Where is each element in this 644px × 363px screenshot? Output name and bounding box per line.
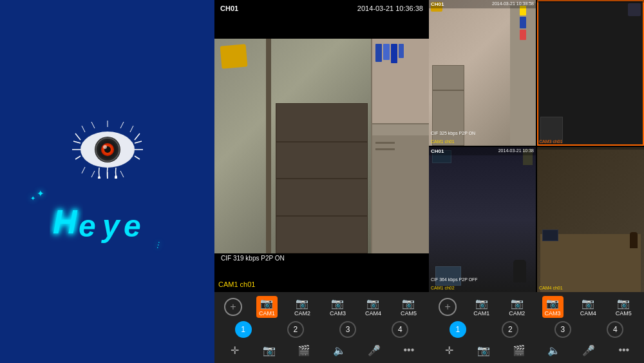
feed1-channel: CH01	[431, 1, 444, 7]
right-snapshot-button[interactable]: 📷	[475, 341, 493, 359]
svg-text:e: e	[79, 209, 96, 243]
feed1-timestamp: 2014-03-21 10:38:58	[492, 1, 534, 7]
feed1-info: CIF 325 kbps P2P ON	[431, 131, 475, 135]
plus-icon: +	[230, 301, 236, 313]
record-button[interactable]: 🎬	[295, 341, 313, 359]
volume-button[interactable]: 🔈	[330, 341, 348, 359]
channel-label: CH01	[218, 4, 240, 13]
right-record-button[interactable]: 🎬	[510, 341, 528, 359]
camera-icon: 📷	[296, 297, 308, 309]
page4-button[interactable]: 4	[392, 321, 408, 338]
add-camera-button[interactable]: +	[224, 298, 242, 316]
page2-label: 2	[294, 325, 298, 334]
right-toolbar: + 📷 CAM1 📷 CAM2 📷 CAM3 📷 CAM4 📷 CAM5	[429, 292, 644, 363]
page3-label: 3	[346, 325, 350, 334]
right-page2-button[interactable]: 2	[502, 321, 518, 338]
camera-icon: 📷	[511, 297, 524, 309]
action-row: ✛ 📷 🎬 🔈 🎤 •••	[217, 341, 426, 359]
camera-icon: 📷	[331, 297, 344, 309]
svg-text:H: H	[53, 203, 78, 240]
cam4-button[interactable]: 📷 CAM4	[363, 296, 384, 318]
move-button[interactable]: ✛	[225, 341, 243, 359]
middle-panel: CH01 2014-03-21 10:36:38 CIF 319 kbps P2…	[214, 0, 429, 363]
right-cam1-label: CAM1	[473, 310, 489, 317]
feed1-cam: CAM1 ch01	[431, 139, 455, 144]
right-page1-button[interactable]: 1	[450, 321, 466, 338]
right-page3-button[interactable]: 3	[554, 321, 571, 338]
right-page2-label: 2	[508, 325, 513, 334]
cam1-button[interactable]: 📷 CAM1	[256, 296, 278, 318]
page1-button[interactable]: 1	[235, 321, 252, 338]
snapshot-button[interactable]: 📷	[260, 341, 278, 359]
feed4-cam: CAM4 ch01	[539, 286, 563, 290]
more-button[interactable]: •••	[400, 341, 418, 359]
cam5-label: CAM5	[401, 310, 417, 317]
feed3-channel: CH01	[431, 148, 444, 154]
plus-icon: +	[444, 301, 450, 313]
svg-point-7	[103, 145, 107, 149]
right-page4-label: 4	[613, 325, 618, 334]
camera-eye-logo	[72, 121, 143, 179]
right-cam5-button[interactable]: 📷 CAM5	[613, 296, 634, 318]
feed2-cam: CAM3 ch01	[539, 139, 563, 144]
feed-cell-3[interactable]: CH01 2014-03-21 10:38 CIF 364 kbps P2P O…	[429, 147, 536, 293]
right-page1-label: 1	[455, 325, 460, 334]
right-cam3-button[interactable]: 📷 CAM3	[542, 296, 564, 318]
cam1-label: CAM1	[259, 310, 275, 317]
middle-toolbar: + 📷 CAM1 📷 CAM2 📷 CAM3 📷 CAM4 📷 CAM5	[214, 292, 429, 363]
svg-point-10	[115, 175, 117, 179]
cam5-button[interactable]: 📷 CAM5	[398, 296, 419, 318]
camera-icon: 📷	[260, 297, 273, 309]
right-add-camera-button[interactable]: +	[439, 298, 457, 316]
cam2-button[interactable]: 📷 CAM2	[292, 296, 313, 318]
feed-cell-1[interactable]: CH01 2014-03-21 10:38:58 CIF 325 kbps P2…	[429, 0, 536, 146]
page1-label: 1	[241, 325, 245, 334]
right-page-row: 1 2 3 4	[431, 321, 641, 338]
page3-button[interactable]: 3	[339, 321, 356, 338]
right-mic-button[interactable]: 🎤	[580, 341, 598, 359]
video-info: CIF 319 kbps P2P ON	[218, 253, 287, 263]
logo-container: ✦ ✦ ⋮ H e y e	[50, 121, 166, 243]
feed-cell-4[interactable]: CAM4 ch01	[537, 147, 644, 293]
right-cam4-label: CAM4	[580, 310, 596, 317]
timestamp-label: 2014-03-21 10:36:38	[355, 4, 425, 13]
right-cam-row: + 📷 CAM1 📷 CAM2 📷 CAM3 📷 CAM4 📷 CAM5	[431, 296, 641, 318]
app-name-logo: ✦ ✦ ⋮ H e y e	[50, 198, 166, 243]
splash-panel: ✦ ✦ ⋮ H e y e	[0, 0, 214, 363]
right-cam2-label: CAM2	[509, 310, 525, 317]
feed3-cam: CAM1 ch02	[431, 286, 455, 290]
mic-button[interactable]: 🎤	[365, 341, 383, 359]
right-page4-button[interactable]: 4	[607, 321, 623, 338]
cam4-label: CAM4	[365, 310, 381, 317]
feed3-info: CIF 364 kbps P2P OFF	[431, 277, 478, 282]
cam-row: + 📷 CAM1 📷 CAM2 📷 CAM3 📷 CAM4 📷 CAM5	[217, 296, 426, 318]
page4-label: 4	[398, 325, 402, 334]
right-move-button[interactable]: ✛	[440, 341, 458, 359]
svg-text:e: e	[124, 209, 141, 243]
right-panel: CH01 2014-03-21 10:38:58 CIF 325 kbps P2…	[429, 0, 644, 363]
page2-button[interactable]: 2	[287, 321, 304, 338]
right-cam1-button[interactable]: 📷 CAM1	[471, 296, 492, 318]
camera-icon: 📷	[402, 297, 415, 309]
right-more-button[interactable]: •••	[615, 341, 633, 359]
right-cam2-button[interactable]: 📷 CAM2	[506, 296, 527, 318]
svg-point-8	[98, 176, 100, 179]
cam3-label: CAM3	[330, 310, 346, 317]
right-page3-label: 3	[560, 325, 565, 334]
svg-text:y: y	[101, 209, 121, 243]
camera-icon: 📷	[617, 297, 630, 309]
main-video-feed: CH01 2014-03-21 10:36:38 CIF 319 kbps P2…	[214, 0, 429, 292]
feed-cell-2[interactable]: CAM3 ch01	[537, 0, 644, 146]
multi-view-grid: CH01 2014-03-21 10:38:58 CIF 325 kbps P2…	[429, 0, 644, 292]
camera-icon: 📷	[475, 297, 488, 309]
cam3-button[interactable]: 📷 CAM3	[327, 296, 348, 318]
camera-icon: 📷	[582, 297, 594, 309]
camera-icon: 📷	[366, 297, 379, 309]
camera-icon: 📷	[546, 297, 559, 309]
right-volume-button[interactable]: 🔈	[545, 341, 563, 359]
right-cam3-label: CAM3	[545, 310, 561, 317]
cam2-label: CAM2	[294, 310, 310, 317]
page-row: 1 2 3 4	[217, 321, 426, 338]
right-cam4-button[interactable]: 📷 CAM4	[578, 296, 599, 318]
right-cam5-label: CAM5	[616, 310, 632, 317]
